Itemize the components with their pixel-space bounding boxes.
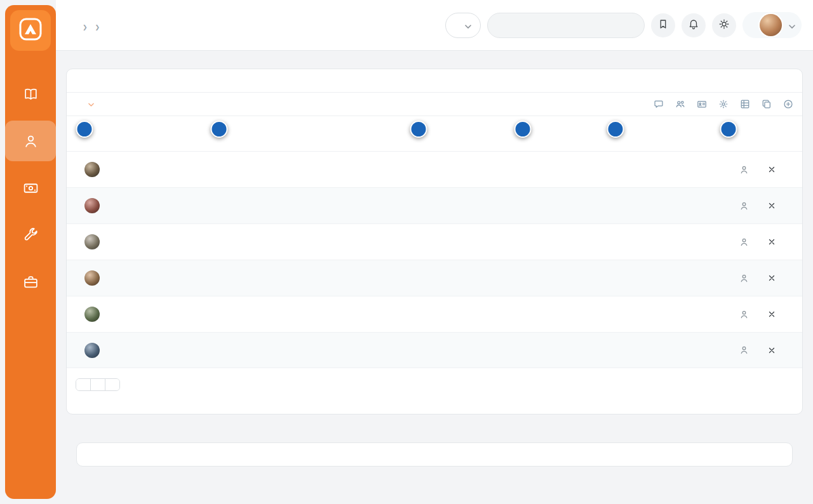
engagement-chart — [219, 164, 321, 175]
theme-button[interactable] — [712, 13, 736, 37]
page-size-50[interactable] — [76, 379, 90, 390]
main-shell: ❯ ❯ — [56, 0, 813, 504]
column-header-name[interactable] — [84, 134, 219, 143]
briefcase-icon — [23, 274, 39, 290]
wrench-icon — [23, 227, 39, 243]
table-row[interactable] — [67, 187, 802, 223]
sun-icon — [718, 18, 730, 32]
enrollments-card — [66, 69, 803, 414]
avatar — [84, 198, 100, 213]
bookmark-icon — [657, 18, 669, 32]
breadcrumb: ❯ ❯ — [79, 23, 104, 30]
table-row[interactable] — [67, 332, 802, 368]
person-profile-button[interactable] — [729, 310, 759, 319]
person-name-cell — [84, 270, 219, 286]
engagement-chart — [219, 309, 321, 320]
page-size-5000[interactable] — [105, 379, 119, 390]
chevron-down-icon — [88, 100, 94, 109]
page-size-500[interactable] — [90, 379, 105, 390]
engagement-chart — [219, 345, 321, 355]
title-block: ❯ ❯ — [79, 20, 104, 30]
chevron-down-icon — [465, 20, 471, 30]
delete-row-button[interactable] — [759, 165, 784, 174]
people-icon[interactable] — [675, 99, 685, 109]
cash-icon — [23, 180, 39, 196]
avatar — [84, 162, 100, 177]
copy-icon[interactable] — [762, 99, 772, 109]
table-row[interactable] — [67, 296, 802, 332]
top-header: ❯ ❯ — [56, 0, 813, 51]
table-icon[interactable] — [740, 99, 750, 109]
callout-4 — [514, 121, 532, 138]
plus-circle-icon[interactable] — [783, 99, 793, 109]
column-header-recent-engagement[interactable] — [219, 134, 356, 143]
table-row[interactable] — [67, 223, 802, 260]
bell-icon — [688, 18, 699, 32]
card-header — [67, 69, 802, 93]
person-name-cell — [84, 343, 219, 358]
sidebar — [5, 5, 56, 499]
table-body — [67, 151, 802, 368]
sidebar-item-work[interactable] — [5, 262, 56, 302]
search-filter-dropdown[interactable] — [445, 13, 481, 38]
person-profile-button[interactable] — [729, 165, 759, 175]
header-actions — [445, 12, 802, 38]
sidebar-item-library[interactable] — [5, 74, 56, 114]
engagement-chart — [219, 237, 321, 248]
sidebar-item-people[interactable] — [5, 121, 56, 161]
chevron-right-icon: ❯ — [83, 24, 88, 30]
pager-row — [67, 368, 802, 394]
card-icon[interactable] — [697, 99, 707, 109]
delete-row-button[interactable] — [759, 346, 784, 355]
person-name-cell — [84, 307, 219, 322]
avatar — [84, 307, 100, 322]
table-header-row — [67, 116, 802, 151]
person-profile-button[interactable] — [729, 274, 759, 283]
avatar — [84, 343, 100, 358]
person-profile-button[interactable] — [729, 201, 759, 211]
avatar — [84, 270, 100, 286]
callout-6 — [720, 121, 737, 138]
header-search-input[interactable] — [487, 13, 645, 38]
person-name-cell — [84, 162, 219, 177]
notifications-button[interactable] — [682, 13, 706, 37]
person-name-cell — [84, 234, 219, 249]
sidebar-nav — [5, 74, 56, 302]
main-content — [56, 51, 813, 504]
callout-3 — [410, 121, 427, 138]
table-row[interactable] — [67, 260, 802, 296]
grid-toolbar — [67, 93, 802, 116]
callout-5 — [607, 121, 624, 138]
rock-logo-icon — [18, 17, 43, 44]
grid-action-icons — [654, 99, 793, 109]
callout-2 — [211, 121, 228, 138]
chevron-down-icon — [789, 20, 795, 31]
chevron-right-icon: ❯ — [95, 24, 100, 30]
footer — [76, 442, 793, 467]
engagement-chart — [219, 273, 321, 284]
comment-icon[interactable] — [654, 99, 664, 109]
sidebar-item-finance[interactable] — [5, 168, 56, 208]
page-size-group — [76, 378, 120, 391]
user-menu[interactable] — [742, 12, 802, 38]
app-logo[interactable] — [10, 10, 51, 51]
callout-1 — [76, 121, 93, 138]
delete-row-button[interactable] — [759, 310, 784, 319]
book-icon — [23, 86, 39, 102]
bookmark-button[interactable] — [651, 13, 675, 37]
delete-row-button[interactable] — [759, 237, 784, 246]
avatar — [84, 234, 100, 249]
table-row[interactable] — [67, 151, 802, 187]
delete-row-button[interactable] — [759, 201, 784, 210]
filter-options-toggle[interactable] — [84, 100, 94, 109]
engagement-chart — [219, 201, 321, 211]
person-profile-button[interactable] — [729, 237, 759, 247]
person-icon — [23, 133, 39, 149]
grid-action-icons-bottom — [67, 394, 802, 414]
person-profile-button[interactable] — [729, 345, 759, 355]
delete-row-button[interactable] — [759, 274, 784, 282]
sidebar-item-tools[interactable] — [5, 215, 56, 255]
avatar — [760, 14, 782, 36]
person-name-cell — [84, 198, 219, 213]
gear-icon[interactable] — [718, 99, 729, 109]
